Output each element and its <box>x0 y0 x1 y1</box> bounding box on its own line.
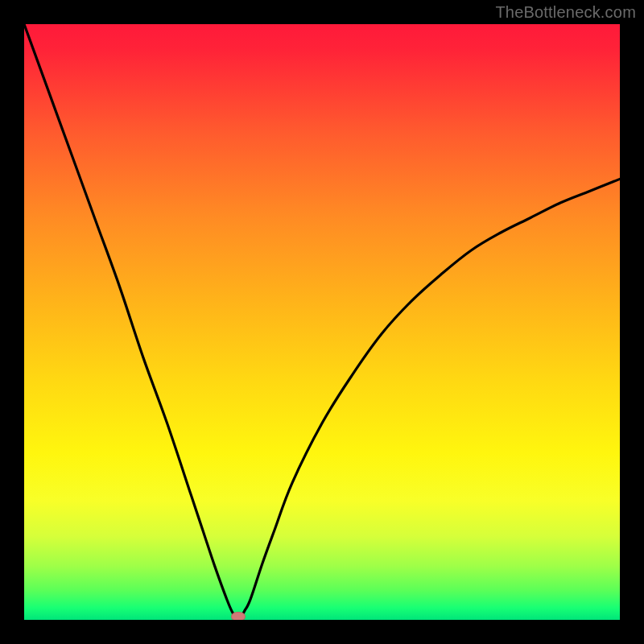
chart-frame: TheBottleneck.com <box>0 0 644 644</box>
watermark-text: TheBottleneck.com <box>495 3 636 22</box>
plot-area <box>24 24 620 620</box>
bottleneck-curve <box>24 24 620 620</box>
minimum-marker <box>231 612 246 620</box>
